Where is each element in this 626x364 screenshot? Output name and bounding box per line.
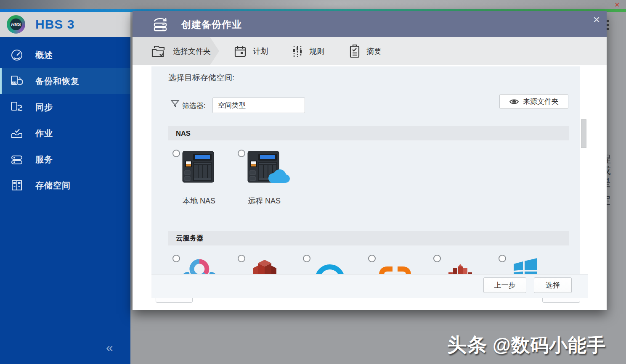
sidebar-nav: 概述 备份和恢复	[0, 42, 130, 198]
local-nas-icon[interactable]	[182, 150, 215, 184]
radio-remote-nas[interactable]	[238, 150, 245, 157]
step-label: 规则	[309, 46, 324, 56]
step-schedule[interactable]: 计划	[233, 37, 268, 65]
local-nas-label: 本地 NAS	[174, 196, 224, 206]
obscured-button-fragment	[156, 298, 193, 303]
remote-nas-icon[interactable]	[247, 150, 280, 184]
radio-cloud-2[interactable]	[238, 255, 245, 262]
step-label: 选择文件夹	[173, 46, 211, 56]
filter-icon	[170, 99, 180, 108]
hbs-logo-text: HBS	[10, 18, 22, 30]
sidebar-collapse-button[interactable]: «	[106, 340, 113, 355]
previous-step-button[interactable]: 上一步	[483, 277, 526, 293]
select-button[interactable]: 选择	[534, 277, 572, 293]
sidebar-item-backup-restore[interactable]: 备份和恢复	[0, 68, 130, 94]
sidebar-header: HBS HBS 3	[0, 12, 130, 37]
radio-local-nas[interactable]	[172, 150, 180, 157]
step-label: 摘要	[366, 46, 382, 56]
backup-device-icon	[152, 16, 174, 32]
sidebar-item-label: 作业	[35, 128, 53, 139]
filter-input[interactable]	[212, 98, 305, 113]
watermark-handle: @数码小能手	[493, 333, 606, 358]
radio-cloud-6[interactable]	[499, 255, 506, 262]
sidebar-item-label: 存储空间	[35, 180, 71, 191]
radio-cloud-5[interactable]	[433, 255, 441, 262]
step-select-folders[interactable]: 选择文件夹	[133, 37, 219, 65]
section-header-cloud: 云服务器	[168, 231, 569, 245]
sidebar-item-label: 同步	[35, 102, 53, 113]
sidebar-item-overview[interactable]: 概述	[0, 42, 130, 68]
sliders-icon	[292, 45, 303, 58]
radio-cloud-3[interactable]	[303, 255, 310, 262]
step-wizard: 选择文件夹 计划	[133, 37, 607, 65]
section-header-nas: NAS	[168, 126, 569, 140]
sidebar-item-sync[interactable]: 同步	[0, 94, 130, 120]
sidebar-item-label: 概述	[35, 50, 53, 61]
os-titlebar	[0, 0, 626, 9]
obscured-button-fragment	[542, 298, 580, 303]
clipboard-icon	[349, 44, 361, 58]
sidebar-item-label: 服务	[35, 154, 53, 165]
source-folder-button-label: 来源文件夹	[523, 97, 559, 106]
screen: ✕ 程 或 是 定 头条 @数码小能手 HBS HBS 3 概述	[0, 0, 626, 364]
hbs-logo-icon: HBS	[7, 15, 25, 34]
sidebar: HBS HBS 3 概述	[0, 12, 130, 364]
watermark: 头条 @数码小能手	[416, 333, 618, 357]
radio-cloud-1[interactable]	[172, 255, 180, 262]
filter-label: 筛选器:	[182, 101, 206, 111]
radio-cloud-4[interactable]	[368, 255, 376, 262]
storage-icon	[10, 179, 24, 192]
sidebar-item-jobs[interactable]: 作业	[0, 120, 130, 146]
source-folder-button[interactable]: 来源文件夹	[499, 94, 568, 109]
dialog-header: 创建备份作业 ×	[133, 11, 607, 37]
panel-footer: 上一步 选择	[151, 274, 588, 298]
jobs-icon	[10, 127, 24, 140]
panel-scrollbar-thumb[interactable]	[581, 119, 586, 148]
create-backup-job-dialog: 创建备份作业 × 选择文件夹	[133, 11, 607, 310]
dialog-close-icon[interactable]: ×	[589, 13, 604, 27]
panel-heading: 选择目标存储空间:	[168, 72, 234, 83]
remote-nas-label: 远程 NAS	[239, 196, 289, 206]
backup-restore-icon	[10, 74, 24, 88]
eye-icon	[509, 98, 519, 105]
close-icon[interactable]: ✕	[612, 0, 623, 9]
step-label: 计划	[253, 46, 268, 56]
dialog-title: 创建备份作业	[181, 18, 242, 31]
services-icon	[10, 153, 24, 166]
sidebar-item-services[interactable]: 服务	[0, 146, 130, 172]
calendar-icon	[233, 45, 247, 58]
gauge-icon	[10, 48, 24, 62]
watermark-brand: 头条	[447, 332, 488, 358]
sidebar-item-label: 备份和恢复	[35, 76, 80, 87]
sync-icon	[10, 100, 24, 114]
folder-check-icon	[151, 44, 167, 58]
step-rules[interactable]: 规则	[292, 37, 324, 65]
sidebar-item-storage[interactable]: 存储空间	[0, 172, 130, 198]
panel-scrollbar[interactable]	[580, 66, 588, 274]
app-title: HBS 3	[35, 17, 74, 32]
step-summary[interactable]: 摘要	[349, 37, 382, 65]
